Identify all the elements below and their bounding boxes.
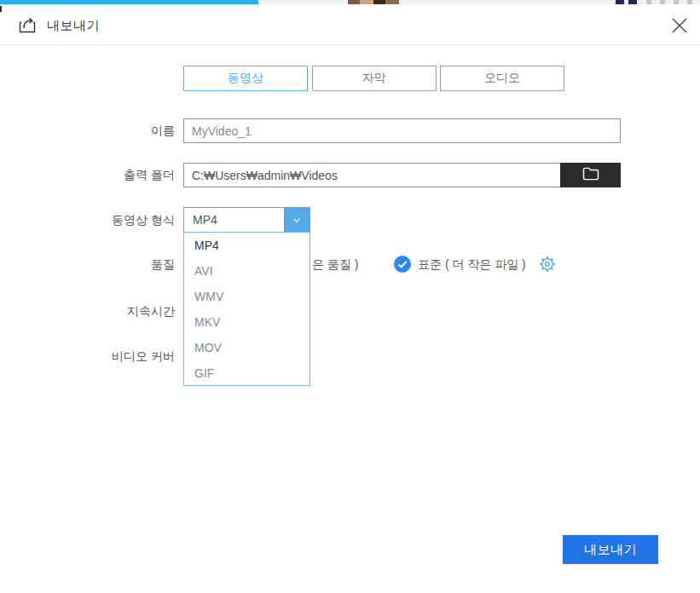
check-circle-icon[interactable] [394,256,411,273]
format-option-wmv[interactable]: WMV [184,284,310,309]
background-window-icon [616,0,624,4]
name-input[interactable] [183,118,621,143]
format-option-gif[interactable]: GIF [184,360,310,386]
browse-folder-button[interactable] [560,163,621,187]
tab-subtitle-label: 자막 [362,71,386,86]
background-toolbar-mark [646,0,651,4]
header-divider [0,44,700,45]
background-photo-fragment [360,0,373,4]
background-app-strip [0,0,700,4]
background-toolbar-mark [674,0,679,4]
export-button-label: 내보내기 [584,542,637,558]
tab-video-label: 동영상 [228,71,263,86]
folder-icon [580,163,602,187]
tab-video[interactable]: 동영상 [183,66,308,91]
export-button[interactable]: 내보내기 [563,535,658,564]
output-folder-field [183,163,621,187]
dialog-title: 내보내기 [47,18,100,34]
format-dropdown-panel: MP4 AVI WMV MKV MOV GIF [183,232,310,386]
format-select[interactable]: MP4 [183,207,310,233]
close-icon[interactable] [669,15,690,36]
background-photo-fragment [385,0,399,4]
name-label: 이름 [17,124,175,137]
background-window-icon [628,0,637,4]
quality-option-standard-label[interactable]: 표준 ( 더 작은 파일 ) [418,257,526,273]
format-option-mp4[interactable]: MP4 [184,233,310,258]
gear-icon[interactable] [537,254,558,274]
background-photo-fragment [373,0,385,4]
format-option-avi[interactable]: AVI [184,258,310,284]
output-folder-input[interactable] [183,163,560,187]
export-icon [17,14,38,35]
output-folder-label: 출력 폴더 [17,168,175,181]
video-cover-label: 비디오 커버 [17,349,175,363]
tab-audio-label: 오디오 [484,71,520,86]
background-photo-fragment [348,0,360,4]
quality-option-high-label-fragment[interactable]: 은 품질 ) [312,257,358,273]
background-toolbar-mark [660,0,665,4]
duration-label: 지속시간 [17,304,175,318]
tab-audio[interactable]: 오디오 [440,66,564,91]
background-progressbar-blue [0,0,258,4]
export-dialog: 내보내기 동영상 자막 오디오 이름 출력 폴더 동영상 형식 MP4 [0,0,700,593]
quality-label: 품질 [17,257,175,271]
format-option-mov[interactable]: MOV [184,335,310,360]
tab-subtitle[interactable]: 자막 [312,66,437,91]
format-option-mkv[interactable]: MKV [184,309,310,335]
chevron-down-icon[interactable] [284,208,310,232]
format-label: 동영상 형식 [17,213,175,227]
format-select-value: MP4 [184,213,284,227]
background-edge-fragment [0,6,2,12]
background-toolbar-mark [687,0,692,4]
